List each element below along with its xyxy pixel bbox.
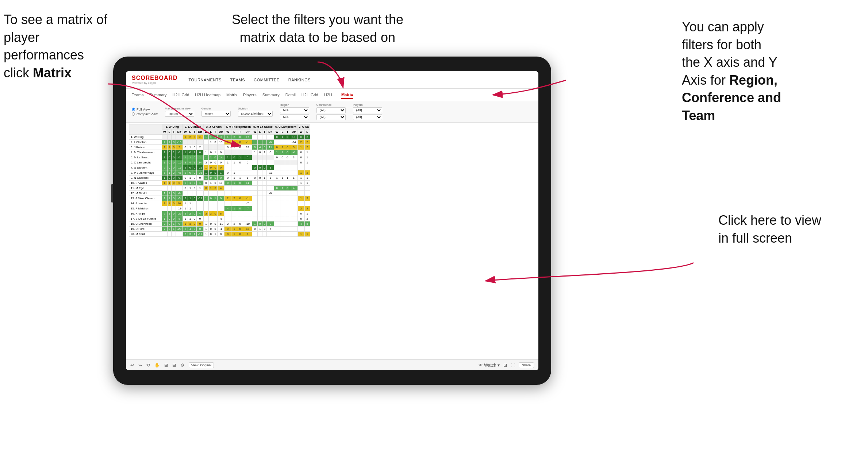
- division-label: Division: [238, 107, 273, 110]
- player-name: 19. D Ford: [129, 227, 162, 232]
- main-nav: TOURNAMENTS TEAMS COMMITTEE RANKINGS: [189, 78, 311, 82]
- conference-select-2[interactable]: (All): [316, 114, 346, 120]
- table-row: 16. K Vilips 210-25 2204 3308 01: [129, 211, 310, 216]
- col-l2: L: [188, 130, 192, 135]
- col-d6: Dif: [290, 130, 297, 135]
- player-name: 7. G Sargent: [129, 165, 162, 170]
- nav-committee[interactable]: COMMITTEE: [254, 78, 280, 82]
- player-name: 8. P Summerhays: [129, 170, 162, 175]
- col-t1: T: [172, 130, 176, 135]
- col-group-7: 7. G Sa: [297, 124, 310, 130]
- watch-button[interactable]: 👁 Watch ▾: [479, 363, 500, 368]
- annotation-right-l4p: Axis for: [682, 73, 729, 88]
- subnav-h2h-heatmap[interactable]: H2H Heatmap: [195, 91, 220, 99]
- annotation-right-l5: Conference and: [682, 90, 781, 105]
- col-group-3: 3. J Koivun: [203, 124, 224, 130]
- annotation-br-l1: Click here to view: [718, 213, 821, 228]
- annotation-line3-bold: Matrix: [33, 65, 72, 80]
- table-row: 1. W Ding 12011 110-2 12017 01013 02: [129, 135, 310, 140]
- subnav-h2h-more[interactable]: H2H...: [324, 91, 335, 99]
- conference-select-1[interactable]: (All): [316, 107, 346, 113]
- subnav-h2h-grid[interactable]: H2H Grid: [172, 91, 189, 99]
- col-w6: W: [274, 130, 280, 135]
- division-select[interactable]: NCAA Division I: [238, 111, 273, 117]
- annotation-center-line1: Select the filters you want the: [232, 12, 403, 27]
- player-name: 16. K Vilips: [129, 211, 162, 216]
- undo-icon[interactable]: ↩: [130, 363, 134, 368]
- annotation-line3-prefix: click: [4, 65, 33, 80]
- subnav-matrix-active[interactable]: Matrix: [341, 91, 353, 99]
- gender-select[interactable]: Men's: [201, 111, 231, 117]
- subnav-players-summary[interactable]: Summary: [262, 91, 280, 99]
- annotation-bottom-right: Click here to view in full screen: [718, 212, 857, 247]
- view-original-button[interactable]: View: Original: [189, 362, 214, 368]
- nav-teams[interactable]: TEAMS: [230, 78, 245, 82]
- nav-tournaments[interactable]: TOURNAMENTS: [189, 78, 222, 82]
- screen-options-icon[interactable]: ⊡: [503, 363, 507, 368]
- app-header: SCOREBOARD Powered by clippd TOURNAMENTS…: [126, 71, 538, 89]
- undo-step-icon[interactable]: ⟲: [146, 363, 150, 368]
- full-view-radio[interactable]: Full View: [132, 108, 158, 111]
- scoreboard-logo: SCOREBOARD Powered by clippd: [132, 75, 178, 85]
- col-l3: L: [209, 130, 213, 135]
- division-filter: Division NCAA Division I: [238, 107, 273, 117]
- table-row: 2. L Clanton 210-16 1013 010-1 -6 -24 22: [129, 140, 310, 145]
- table-row: 11. M Ege 0101 0104 0104: [129, 186, 310, 191]
- subnav-h2h-grid-2[interactable]: H2H Grid: [302, 91, 318, 99]
- share-button[interactable]: Share: [519, 362, 534, 368]
- col-d3: Dif: [218, 130, 224, 135]
- col-d1: Dif: [176, 130, 183, 135]
- gender-filter: Gender Men's: [201, 107, 231, 117]
- logo-title: SCOREBOARD: [132, 75, 178, 81]
- col-group-4: 4. M Thorbjornsen: [224, 124, 252, 130]
- annotation-right-l1: You can apply: [682, 19, 764, 34]
- col-group-2: 2. L Clanton: [183, 124, 203, 130]
- nav-rankings[interactable]: RANKINGS: [288, 78, 311, 82]
- subnav-teams[interactable]: Teams: [132, 91, 143, 99]
- zoom-in-icon[interactable]: ⊞: [164, 363, 168, 368]
- col-d4: Dif: [243, 130, 252, 135]
- matrix-table-area[interactable]: 1. W Ding 2. L Clanton 3. J Koivun 4. M …: [126, 123, 538, 364]
- settings-icon[interactable]: ⚙: [180, 363, 184, 368]
- table-row: 8. P Summerhays 512-45 200-16 1001 01 -1…: [129, 170, 310, 175]
- col-l4: L: [231, 130, 237, 135]
- redo-icon[interactable]: ↪: [138, 363, 142, 368]
- subnav-matrix-players[interactable]: Matrix: [226, 91, 237, 99]
- region-select-2[interactable]: N/A: [280, 114, 309, 120]
- annotation-right-l3: the X axis and Y: [682, 55, 777, 70]
- compact-view-radio[interactable]: Compact View: [132, 112, 158, 116]
- col-l5: L: [258, 130, 262, 135]
- region-label: Region: [280, 103, 309, 107]
- subnav-summary[interactable]: Summary: [149, 91, 166, 99]
- players-filter: Players (All) (All): [353, 103, 382, 120]
- col-w7: W: [297, 130, 304, 135]
- col-d2: Dif: [197, 130, 204, 135]
- player-name: 2. L Clanton: [129, 140, 162, 145]
- table-row: 6. C Lamprecht 100-16 24124 3000 1106 01: [129, 160, 310, 165]
- col-group-1: 1. W Ding: [162, 124, 183, 130]
- filter-row: Full View Compact View Max players in vi…: [126, 101, 538, 123]
- region-select[interactable]: N/A: [280, 107, 309, 113]
- zoom-out-icon[interactable]: ⊟: [172, 363, 176, 368]
- hand-tool-icon[interactable]: ✋: [154, 363, 160, 368]
- tablet-side-button: [111, 184, 113, 202]
- players-select-2[interactable]: (All): [353, 114, 382, 120]
- subnav-players[interactable]: Players: [243, 91, 257, 99]
- player-name: 20. M Ford: [129, 232, 162, 237]
- col-l6: L: [280, 130, 285, 135]
- header-player-name: [129, 124, 162, 135]
- players-select-1[interactable]: (All): [353, 107, 382, 113]
- fullscreen-icon[interactable]: ⛶: [511, 363, 515, 368]
- table-row: 4. M Thorbjornsen 1010 1010 1010 1010 11…: [129, 150, 310, 155]
- player-name: 10. B Valdes: [129, 181, 162, 186]
- col-t6: T: [285, 130, 290, 135]
- annotation-top-left: To see a matrix of player performances c…: [4, 11, 113, 82]
- player-name: 11. M Ege: [129, 186, 162, 191]
- table-row: 15. P Maichon -19 11 410-7 22: [129, 206, 310, 211]
- col-t3: T: [213, 130, 218, 135]
- player-name: 1. W Ding: [129, 135, 162, 140]
- max-players-filter: Max players in view Top 25: [165, 107, 194, 117]
- player-name: 9. N Gabrelcik: [129, 175, 162, 181]
- subnav-detail[interactable]: Detail: [285, 91, 296, 99]
- max-players-select[interactable]: Top 25: [165, 111, 194, 117]
